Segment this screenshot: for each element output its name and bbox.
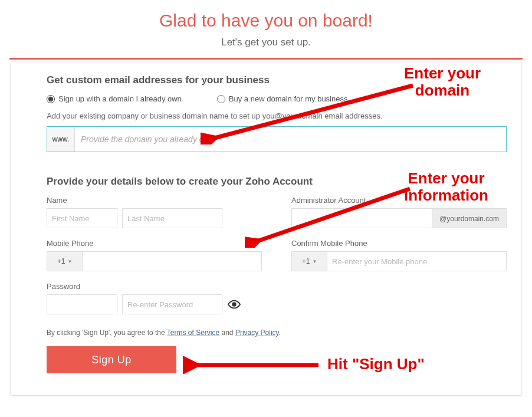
admin-account-label: Administrator Account (291, 196, 507, 205)
last-name-input[interactable] (122, 208, 222, 228)
first-name-input[interactable] (47, 208, 117, 228)
radio-own-domain-label: Sign up with a domain I already own (58, 94, 182, 103)
svg-point-0 (232, 303, 236, 306)
radio-buy-domain[interactable]: Buy a new domain for my business (217, 94, 348, 103)
admin-domain-suffix: @yourdomain.com (432, 208, 507, 228)
radio-buy-domain-label: Buy a new domain for my business (229, 94, 348, 103)
password-label: Password (47, 282, 262, 291)
signup-card: Get custom email addresses for your busi… (11, 62, 521, 395)
phone-code-value: +1 (57, 257, 65, 265)
radio-buy-domain-input[interactable] (217, 95, 225, 103)
caret-down-icon: ▼ (67, 259, 72, 264)
phone-code-select[interactable]: +1 ▼ (47, 251, 82, 271)
confirm-phone-code-select[interactable]: +1 ▼ (291, 251, 327, 271)
terms-text: By clicking 'Sign Up', you agree to the … (47, 329, 507, 337)
section-account-title: Provide your details below to create you… (47, 176, 507, 188)
mobile-input[interactable] (82, 251, 262, 271)
page-title: Glad to have you on board! (0, 11, 532, 31)
confirm-password-input[interactable] (122, 294, 222, 314)
confirm-phone-code-value: +1 (302, 257, 310, 265)
domain-input[interactable] (75, 127, 506, 152)
name-label: Name (47, 196, 262, 205)
show-password-icon[interactable] (227, 297, 241, 311)
terms-of-service-link[interactable]: Terms of Service (167, 329, 219, 337)
admin-account-input[interactable] (291, 208, 432, 228)
privacy-policy-link[interactable]: Privacy Policy (235, 329, 279, 337)
domain-help-text: Add your existing company or business do… (47, 111, 507, 120)
domain-input-group: www. (47, 126, 507, 152)
page-subtitle: Let's get you set up. (0, 37, 532, 48)
radio-own-domain[interactable]: Sign up with a domain I already own (47, 94, 182, 103)
sign-up-button[interactable]: Sign Up (47, 346, 176, 373)
domain-www-prefix: www. (47, 127, 75, 152)
mobile-label: Mobile Phone (47, 239, 262, 248)
password-input[interactable] (47, 294, 117, 314)
radio-own-domain-input[interactable] (47, 95, 55, 103)
confirm-mobile-label: Confirm Mobile Phone (291, 239, 507, 248)
divider (9, 58, 523, 60)
confirm-mobile-input[interactable] (327, 251, 507, 271)
section-domain-title: Get custom email addresses for your busi… (47, 74, 507, 86)
caret-down-icon: ▼ (312, 259, 317, 264)
